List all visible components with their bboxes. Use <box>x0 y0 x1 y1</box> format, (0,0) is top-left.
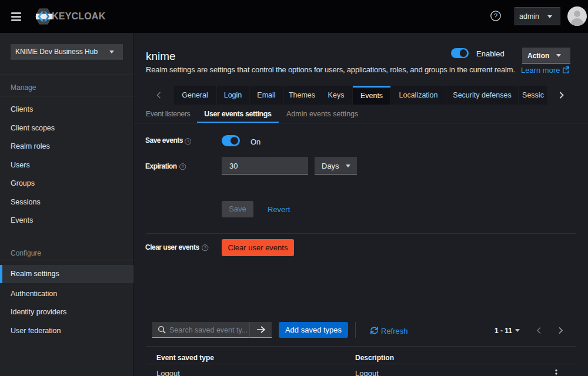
svg-text:?: ? <box>494 12 497 19</box>
svg-text:?: ? <box>181 164 183 169</box>
svg-text:?: ? <box>186 139 189 144</box>
svg-text:?: ? <box>204 245 206 250</box>
